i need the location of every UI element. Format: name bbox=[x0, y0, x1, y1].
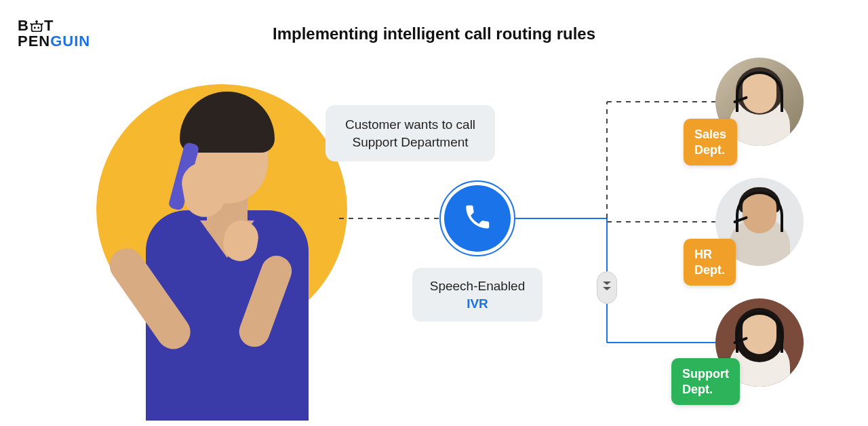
phone-icon bbox=[462, 202, 492, 235]
badge-line2: Dept. bbox=[694, 263, 725, 277]
badge-line2: Dept. bbox=[682, 383, 713, 396]
brand-logo: BT PENGUIN bbox=[18, 18, 90, 49]
svg-rect-2 bbox=[32, 24, 42, 31]
logo-pen: PEN bbox=[18, 33, 50, 50]
ivr-node bbox=[444, 185, 511, 252]
badge-line2: Dept. bbox=[694, 143, 725, 157]
department-badge-hr: HR Dept. bbox=[684, 239, 736, 286]
route-down-indicator bbox=[597, 271, 617, 304]
department-badge-support: Support Dept. bbox=[671, 358, 740, 405]
ivr-label-line2: IVR bbox=[419, 295, 536, 313]
ivr-label-line1: Speech-Enabled bbox=[430, 279, 526, 293]
logo-guin: GUIN bbox=[50, 33, 90, 50]
customer-intent-bubble: Customer wants to call Support Departmen… bbox=[326, 105, 495, 161]
badge-line1: Support bbox=[682, 367, 729, 381]
logo-letter-b: B bbox=[18, 17, 29, 34]
svg-point-3 bbox=[34, 26, 36, 28]
page-title: Implementing intelligent call routing ru… bbox=[273, 24, 595, 43]
robot-head-icon bbox=[29, 19, 44, 31]
badge-line1: Sales bbox=[694, 128, 726, 141]
svg-line-6 bbox=[41, 23, 43, 25]
svg-point-4 bbox=[37, 26, 39, 28]
customer-avatar bbox=[119, 95, 336, 421]
logo-letter-t: T bbox=[44, 17, 54, 34]
svg-line-5 bbox=[31, 23, 33, 25]
badge-line1: HR bbox=[694, 248, 712, 261]
ivr-label: Speech-Enabled IVR bbox=[412, 268, 542, 322]
double-chevron-down-icon bbox=[602, 282, 612, 293]
department-badge-sales: Sales Dept. bbox=[684, 119, 737, 166]
